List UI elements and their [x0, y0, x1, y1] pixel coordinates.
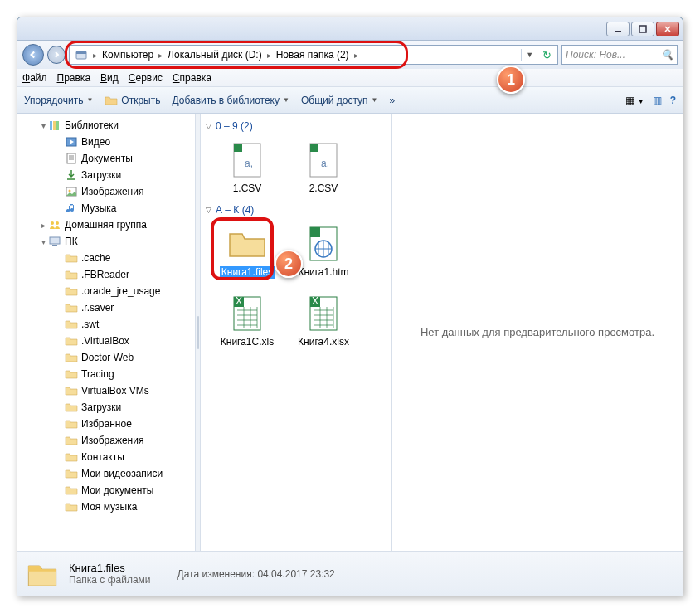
maximize-button[interactable]	[631, 22, 654, 36]
svg-text:a,: a,	[245, 158, 253, 169]
breadcrumb-item[interactable]: Компьютер	[99, 46, 157, 64]
tree-node[interactable]: ▸Домашняя группа	[17, 216, 195, 233]
search-input[interactable]: Поиск: Нов... 🔍	[561, 45, 678, 65]
svg-point-12	[56, 221, 59, 225]
titlebar	[17, 17, 683, 41]
annotation-callout-2: 2	[275, 250, 303, 278]
explorer-window: ▸ Компьютер ▸ Локальный диск (D:) ▸ Нова…	[17, 17, 683, 596]
svg-rect-4	[50, 121, 52, 130]
tree-node[interactable]: ▾Библиотеки	[17, 117, 195, 134]
tree-node[interactable]: Загрузки	[17, 167, 195, 183]
tree-node[interactable]: Видео	[17, 134, 195, 150]
svg-rect-14	[52, 245, 57, 246]
preview-pane-icon[interactable]: ▥	[653, 95, 662, 106]
address-bar[interactable]: ▸ Компьютер ▸ Локальный диск (D:) ▸ Нова…	[69, 45, 558, 65]
tree-node[interactable]: .FBReader	[17, 266, 195, 283]
more-button[interactable]: »	[389, 95, 395, 106]
tree-node[interactable]: Музыка	[17, 200, 195, 216]
svg-rect-6	[56, 121, 59, 130]
selected-item-type: Папка с файлами	[69, 574, 151, 586]
preview-pane: Нет данных для предварительного просмотр…	[391, 114, 683, 551]
group-header[interactable]: ▽А – К (4)	[206, 202, 386, 217]
tree-node[interactable]: Избранное	[17, 416, 195, 432]
svg-point-10	[69, 190, 71, 192]
selected-item-icon	[26, 557, 59, 591]
body: ▾БиблиотекиВидеоДокументыЗагрузкиИзображ…	[17, 114, 683, 551]
menu-file[interactable]: Файл	[22, 72, 47, 84]
breadcrumb-chevron-icon: ▸	[158, 51, 163, 60]
svg-text:X: X	[236, 295, 242, 307]
file-item[interactable]: XКнига4.xlsx	[294, 294, 353, 348]
breadcrumb-item[interactable]: Новая папка (2)	[273, 46, 352, 64]
search-icon: 🔍	[661, 49, 673, 61]
address-actions: ▼ ↻	[521, 49, 556, 61]
modified-date: Дата изменения: 04.04.2017 23:32	[177, 568, 335, 580]
svg-rect-8	[67, 153, 75, 163]
breadcrumb-item[interactable]: Локальный диск (D:)	[164, 46, 265, 64]
menu-help[interactable]: Справка	[173, 72, 211, 84]
tree-node[interactable]: .r.saver	[17, 299, 195, 316]
file-item[interactable]: a,1.CSV	[217, 140, 277, 194]
organize-button[interactable]: Упорядочить▼	[24, 95, 93, 106]
forward-button[interactable]	[47, 46, 66, 64]
tree-node[interactable]: Doctor Web	[17, 349, 195, 366]
breadcrumb-root-icon[interactable]	[71, 46, 91, 64]
breadcrumb-chevron-icon: ▸	[93, 51, 97, 60]
svg-rect-0	[615, 31, 621, 32]
menu-bar: Файл Правка Вид Сервис Справка	[17, 69, 683, 87]
tree-node[interactable]: Загрузки	[17, 399, 195, 416]
tree-node[interactable]: Мои документы	[17, 482, 195, 499]
selected-item-info: Книга1.files Папка с файлами	[69, 562, 151, 586]
status-bar: Книга1.files Папка с файлами Дата измене…	[17, 551, 683, 596]
tree-node[interactable]: Документы	[17, 150, 195, 167]
view-options-icon[interactable]: ▦ ▼	[625, 95, 644, 106]
svg-rect-16	[234, 144, 242, 152]
minimize-button[interactable]	[606, 22, 630, 36]
group-header[interactable]: ▽0 – 9 (2)	[206, 119, 386, 134]
refresh-icon[interactable]: ↻	[542, 49, 552, 61]
svg-text:X: X	[312, 295, 318, 307]
svg-point-11	[51, 221, 54, 225]
menu-tools[interactable]: Сервис	[129, 72, 163, 84]
open-button[interactable]: Открыть	[105, 94, 160, 107]
tree-node[interactable]: .swt	[17, 316, 195, 333]
tree-node[interactable]: Мои видеозаписи	[17, 465, 195, 482]
menu-view[interactable]: Вид	[100, 72, 119, 84]
tree-node[interactable]: Изображения	[17, 432, 195, 449]
tree-node[interactable]: .cache	[17, 250, 195, 266]
help-icon[interactable]: ?	[670, 95, 676, 106]
tree-node[interactable]: VirtualBox VMs	[17, 382, 195, 399]
tree-node[interactable]: ▾ПК	[17, 233, 195, 250]
svg-rect-19	[310, 144, 318, 152]
add-to-library-button[interactable]: Добавить в библиотеку▼	[172, 95, 289, 106]
toolbar: Упорядочить▼ Открыть Добавить в библиоте…	[17, 87, 683, 114]
annotation-callout-1: 1	[497, 66, 525, 94]
svg-rect-1	[639, 26, 646, 32]
content-area: 2 ▽0 – 9 (2)a,1.CSVa,2.CSV▽А – К (4)Книг…	[201, 114, 683, 551]
tree-node[interactable]: Контакты	[17, 449, 195, 465]
dropdown-icon[interactable]: ▼	[526, 51, 533, 59]
svg-rect-3	[76, 51, 86, 54]
svg-rect-13	[50, 237, 60, 244]
selected-item-name: Книга1.files	[69, 562, 151, 574]
tree-node[interactable]: Моя музыка	[17, 499, 195, 515]
close-button[interactable]	[656, 22, 679, 36]
breadcrumb-chevron-icon: ▸	[354, 51, 358, 60]
menu-edit[interactable]: Правка	[57, 72, 91, 84]
tree-node[interactable]: Tracing	[17, 366, 195, 382]
tree-panel[interactable]: ▾БиблиотекиВидеоДокументыЗагрузкиИзображ…	[17, 114, 196, 551]
nav-bar: ▸ Компьютер ▸ Локальный диск (D:) ▸ Нова…	[17, 41, 683, 69]
tree-node[interactable]: .VirtualBox	[17, 333, 195, 349]
file-item[interactable]: Книга1.htm	[294, 224, 353, 278]
file-item[interactable]: XКнига1C.xls	[217, 294, 277, 348]
back-button[interactable]	[22, 44, 44, 66]
file-list[interactable]: 2 ▽0 – 9 (2)a,1.CSVa,2.CSV▽А – К (4)Книг…	[201, 114, 391, 551]
tree-node[interactable]: Изображения	[17, 183, 195, 200]
file-item[interactable]: Книга1.files	[217, 224, 277, 278]
file-item[interactable]: a,2.CSV	[294, 140, 353, 194]
share-button[interactable]: Общий доступ▼	[301, 95, 378, 106]
breadcrumb-chevron-icon: ▸	[267, 51, 271, 60]
tree-node[interactable]: .oracle_jre_usage	[17, 283, 195, 299]
svg-rect-22	[310, 227, 320, 237]
svg-text:a,: a,	[321, 158, 329, 169]
